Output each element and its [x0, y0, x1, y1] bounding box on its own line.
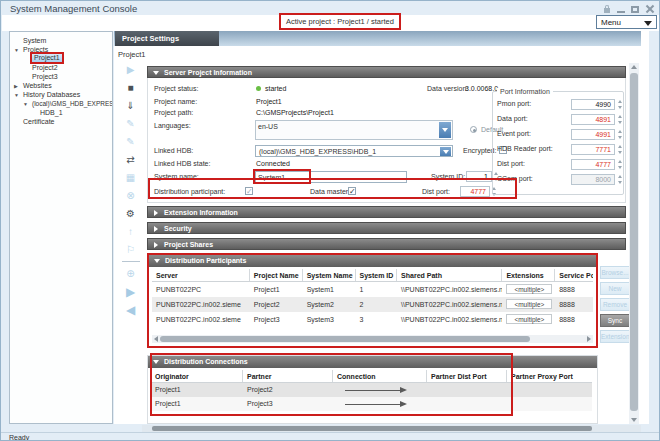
menu-dropdown[interactable]: Menu — [596, 15, 657, 29]
distribution-participant-label: Distribution participant: — [154, 188, 225, 195]
section-header-server-project-information[interactable]: Server Project Information — [147, 66, 626, 78]
port-row-hdb-reader: HDB Reader port: 7771 — [493, 143, 625, 156]
scroll-up-icon[interactable] — [631, 65, 637, 69]
hdb-reader-port-spinner[interactable]: 7771 — [571, 144, 615, 155]
event-port-spinner[interactable]: 4991 — [571, 129, 615, 140]
system-id-spinner[interactable]: 1 — [466, 171, 492, 182]
data-port-spinner[interactable]: 4891 — [571, 114, 615, 125]
stop-project-button[interactable]: ■ — [120, 81, 142, 95]
linked-hdb-value: (local)\GMS_HDB_EXPRESS\HDB_1 — [259, 148, 376, 155]
scroll-right-icon[interactable] — [587, 336, 591, 342]
participants-row-2[interactable]: PUNBT022PC.in002.sieme Project2 System2 … — [152, 297, 593, 312]
section-header-distribution-connections[interactable]: Distribution Connections — [148, 356, 597, 368]
extensions-cell[interactable]: <multiple> — [506, 299, 552, 309]
forward-button[interactable]: ▶ — [120, 285, 142, 299]
gear-icon: ⚙ — [126, 208, 135, 219]
languages-dropdown-button[interactable] — [439, 122, 451, 138]
upgrade-project-button[interactable]: ↑ — [120, 225, 142, 239]
section-header-extension-information[interactable]: Extension Information — [147, 206, 626, 218]
data-master-checkbox[interactable] — [348, 187, 356, 195]
minimize-button[interactable] — [616, 5, 626, 13]
window-title: System Management Console — [10, 3, 137, 14]
participants-row-1[interactable]: PUNBT022PC Project1 System1 1 \\PUNBT022… — [152, 282, 593, 297]
system-name-label: System name: — [154, 173, 199, 180]
system-name-input[interactable] — [255, 171, 407, 183]
tree-item-project3[interactable]: Project3 — [10, 72, 112, 81]
extensions-button[interactable]: Extensions — [600, 330, 630, 343]
tree-item-certificate[interactable]: Certificate — [10, 117, 112, 126]
connections-row-1[interactable]: Project1 Project2 — [151, 383, 592, 397]
scroll-left-icon[interactable] — [154, 336, 158, 342]
port-information-title: Port Information — [497, 88, 553, 95]
tree-item-project1[interactable]: Project1 — [10, 54, 112, 63]
save-project-as-button[interactable]: ⇓ — [120, 99, 142, 113]
spinner-arrows[interactable] — [617, 159, 623, 170]
collapse-icon — [154, 259, 160, 263]
linked-hdb-dropdown-button[interactable] — [440, 147, 451, 156]
pmon-port-spinner[interactable]: 4990 — [571, 99, 615, 110]
vertical-scrollbar[interactable] — [629, 63, 639, 424]
project-status-value: started — [265, 85, 286, 92]
tree-item-project2[interactable]: Project2 — [10, 63, 112, 72]
linked-hdb-label: Linked HDB: — [154, 147, 193, 154]
cancel-button[interactable]: ⊗ — [120, 189, 142, 203]
status-text: Ready — [9, 434, 29, 441]
edit-distribution-button[interactable]: ⚙ — [120, 207, 142, 221]
tree-item-history-databases[interactable]: ▼History Databases — [10, 90, 112, 99]
section-header-project-shares[interactable]: Project Shares — [147, 238, 626, 250]
save-button[interactable]: ▦ — [120, 171, 142, 185]
port-row-data: Data port: 4891 — [493, 113, 625, 126]
tree-item-websites[interactable]: ▶Websites — [10, 81, 112, 90]
distribution-participant-checkbox[interactable] — [245, 187, 253, 195]
plus-circle-icon: ⊕ — [126, 268, 134, 279]
server-project-information-panel: Project status: started Data version: 3.… — [147, 78, 626, 203]
add-button[interactable]: ⊕ — [120, 267, 142, 281]
linked-hdb-combo[interactable]: (local)\GMS_HDB_EXPRESS\HDB_1 — [255, 145, 453, 157]
back-button[interactable]: ◀ — [120, 303, 142, 317]
edit-button[interactable]: ✎ — [120, 117, 142, 131]
stop-icon: ■ — [127, 82, 133, 93]
spinner-arrows[interactable] — [617, 99, 623, 110]
languages-label: Languages: — [154, 122, 191, 129]
tab-project-settings[interactable]: Project Settings — [115, 31, 219, 46]
browse-button[interactable]: Browse... — [600, 266, 630, 279]
scrollbar-thumb[interactable] — [152, 426, 592, 431]
new-button[interactable]: New — [600, 282, 630, 295]
extensions-cell[interactable]: <multiple> — [506, 284, 552, 294]
tree-item-system[interactable]: System — [10, 36, 112, 45]
section-header-distribution-participants[interactable]: Distribution Participants — [149, 255, 596, 267]
participants-row-3[interactable]: PUNBT022PC.in002.sieme Project3 System3 … — [152, 312, 593, 327]
scroll-down-icon[interactable] — [631, 418, 637, 422]
tree-item-hdb1[interactable]: HDB_1 — [10, 108, 112, 117]
languages-listbox[interactable]: en-US — [255, 120, 453, 140]
scrollbar-thumb[interactable] — [630, 73, 638, 411]
close-button[interactable] — [645, 5, 655, 13]
dist-port-spinner[interactable]: 4777 — [460, 186, 490, 197]
dist-port-info-spinner[interactable]: 4777 — [571, 159, 615, 170]
default-language-radio[interactable] — [470, 126, 477, 133]
edit-project-button[interactable]: ✎ — [120, 135, 142, 149]
spinner-arrows[interactable] — [617, 144, 623, 155]
connection-arrow-icon — [345, 390, 401, 391]
main-horizontal-scrollbar[interactable] — [142, 425, 641, 432]
tree-item-gms-hdb-express[interactable]: ▼(local)\GMS_HDB_EXPRESS — [10, 99, 112, 108]
extensions-cell[interactable]: <multiple> — [506, 314, 552, 324]
connections-row-2[interactable]: Project1 Project3 — [151, 397, 592, 411]
data-master-label: Data master: — [310, 188, 350, 195]
start-project-button[interactable]: ▶ — [120, 63, 142, 77]
chevron-down-icon — [443, 150, 449, 154]
chevron-down-icon — [644, 21, 652, 26]
spinner-arrows[interactable] — [617, 129, 623, 140]
section-header-security[interactable]: Security — [147, 222, 626, 234]
maximize-button[interactable] — [630, 5, 640, 13]
language-item[interactable]: en-US — [258, 123, 278, 130]
link-hdb-button[interactable]: ⇄ — [120, 153, 142, 167]
link-hdb-icon: ⇄ — [126, 154, 134, 165]
notifications-button[interactable]: ⚐ — [120, 243, 142, 257]
remove-button[interactable]: Remove — [600, 298, 630, 311]
scrollbar-thumb[interactable] — [160, 336, 530, 342]
sync-button[interactable]: Sync — [600, 314, 630, 327]
participants-horizontal-scrollbar[interactable] — [152, 335, 593, 343]
data-version-label: Data version: — [427, 85, 468, 92]
spinner-arrows[interactable] — [617, 114, 623, 125]
